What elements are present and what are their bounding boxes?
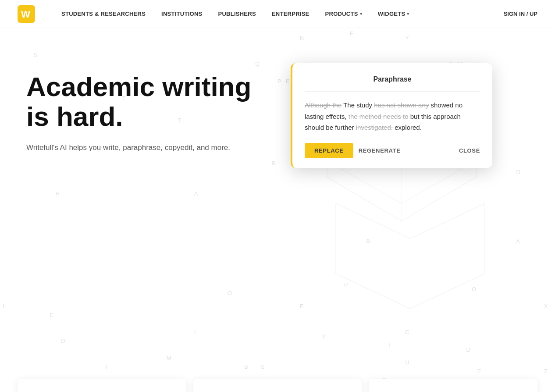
hero-section: Academic writing is hard. Writefull's AI… — [26, 63, 254, 167]
close-button[interactable]: CLOSE — [459, 147, 480, 154]
card-divider — [305, 91, 480, 92]
testimonial-card-2: As a non-native English speaker, I shoul… — [193, 379, 362, 392]
testimonial-card-1: Your software is absolutely fantastic an… — [18, 379, 186, 392]
paraphrase-card: Paraphrase Although the The study has no… — [291, 63, 492, 168]
nav-publishers[interactable]: PUBLISHERS — [218, 11, 256, 17]
card-title: Paraphrase — [305, 75, 480, 83]
original-text-struck4: investigated. — [356, 124, 393, 131]
nav-students[interactable]: STUDENTS & RESEARCHERS — [61, 11, 146, 17]
navigation: W STUDENTS & RESEARCHERS INSTITUTIONS PU… — [0, 0, 555, 28]
bg-letter: E — [50, 312, 54, 318]
replacement-text1: The study — [343, 101, 374, 109]
nav-enterprise[interactable]: ENTERPRISE — [272, 11, 310, 17]
bg-letter: D — [61, 338, 65, 344]
original-text-struck3: the method needs to — [349, 113, 409, 120]
hero-title: Academic writing is hard. — [26, 72, 254, 132]
nav-links: STUDENTS & RESEARCHERS INSTITUTIONS PUBL… — [61, 11, 504, 17]
nav-widgets[interactable]: WIDGETS ▾ — [378, 11, 409, 17]
chevron-down-icon: ▾ — [407, 11, 409, 16]
hero-subtitle: Writefull's AI helps you write, paraphra… — [26, 142, 254, 153]
testimonials-section: Your software is absolutely fantastic an… — [0, 361, 555, 392]
original-text-struck1: Although the — [305, 101, 342, 109]
bg-letter: X — [544, 303, 548, 310]
bg-letter: F — [300, 303, 303, 310]
main-content: Academic writing is hard. Writefull's AI… — [0, 28, 555, 291]
card-actions: REPLACE REGENERATE CLOSE — [305, 143, 480, 158]
bg-letter: C — [405, 329, 409, 335]
logo[interactable]: W — [18, 5, 35, 23]
original-text-struck2: has not shown any — [374, 101, 429, 109]
replace-button[interactable]: REPLACE — [305, 143, 353, 158]
card-text: Although the The study has not shown any… — [305, 100, 480, 133]
bg-letter: Y — [322, 333, 326, 340]
chevron-down-icon: ▾ — [360, 11, 362, 16]
card-area: Paraphrase Although the The study has no… — [254, 63, 529, 168]
bg-letter: L — [388, 342, 391, 349]
svg-text:W: W — [21, 9, 30, 20]
testimonial-card-3: It is clearly designed for researchers b… — [369, 379, 537, 392]
nav-institutions[interactable]: INSTITUTIONS — [161, 11, 202, 17]
replacement-text4: explored. — [395, 124, 422, 131]
bg-letter: I — [3, 303, 4, 310]
bg-letter: M — [167, 355, 171, 361]
regenerate-button[interactable]: REGENERATE — [359, 147, 401, 154]
bg-letter: D — [466, 346, 470, 353]
bg-letter: L — [194, 329, 197, 335]
nav-products[interactable]: PRODUCTS ▾ — [325, 11, 362, 17]
signin-button[interactable]: SIGN IN / UP — [504, 11, 537, 17]
